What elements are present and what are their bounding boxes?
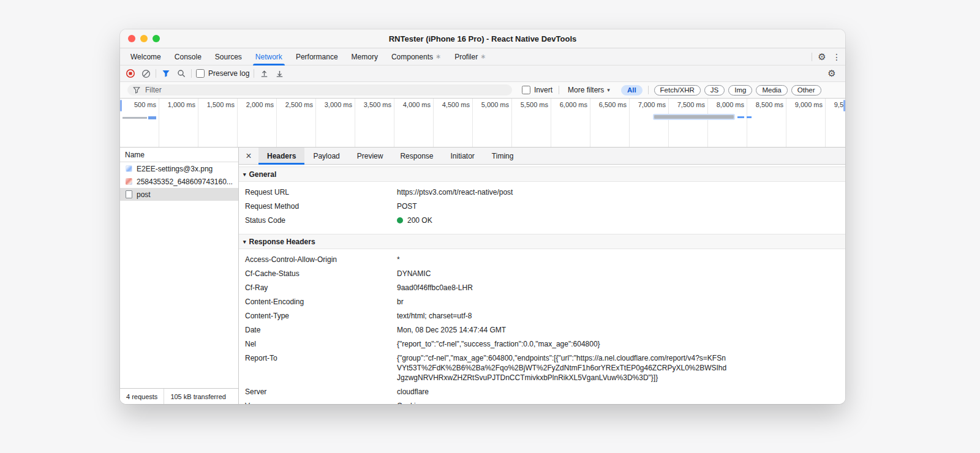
preserve-log-label: Preserve log — [208, 69, 249, 78]
header-value: https://ptsv3.com/t/react-native/post — [397, 187, 513, 197]
overview-left-handle[interactable] — [120, 100, 122, 111]
tab-label: Sources — [215, 53, 242, 61]
header-row-cf-cache-status: Cf-Cache-StatusDYNAMIC — [239, 267, 845, 281]
tab-memory[interactable]: Memory — [345, 48, 385, 65]
tab-performance[interactable]: Performance — [289, 48, 345, 65]
timeline-tick-label: 8,000 ms — [708, 99, 747, 147]
network-main-area: Name E2EE-settings@3x.png258435352_64860… — [120, 148, 845, 404]
export-har-icon[interactable] — [274, 68, 285, 79]
header-row-content-encoding: Content-Encodingbr — [239, 295, 845, 309]
filter-chip-js[interactable]: JS — [704, 85, 725, 95]
filter-input[interactable] — [144, 85, 507, 95]
minimize-window-button[interactable] — [140, 35, 148, 42]
chevron-down-icon: ▾ — [607, 87, 610, 93]
detail-tab-response[interactable]: Response — [391, 148, 442, 164]
header-value: * — [397, 255, 400, 264]
settings-gear-icon[interactable]: ⚙ — [815, 50, 829, 64]
tab-sources[interactable]: Sources — [208, 48, 249, 65]
request-row-e2ee-settings-3x-png[interactable]: E2EE-settings@3x.png — [120, 162, 238, 175]
filter-chip-all[interactable]: All — [621, 85, 643, 95]
header-value: POST — [397, 201, 417, 211]
header-name: Vary — [245, 401, 397, 404]
invert-filter-toggle[interactable]: Invert — [522, 86, 552, 94]
filter-chip-other[interactable]: Other — [791, 85, 821, 95]
tab-profiler[interactable]: Profiler∗ — [448, 48, 492, 65]
header-name: Status Code — [245, 215, 397, 225]
invert-label: Invert — [534, 86, 552, 94]
header-row-date: DateMon, 08 Dec 2025 14:47:44 GMT — [239, 323, 845, 337]
filter-input-container[interactable] — [127, 84, 512, 95]
filter-chip-fetch-xhr[interactable]: Fetch/XHR — [654, 85, 701, 95]
tab-network[interactable]: Network — [249, 48, 289, 65]
zoom-window-button[interactable] — [153, 35, 160, 42]
network-overview-timeline[interactable]: 500 ms1,000 ms1,500 ms2,000 ms2,500 ms3,… — [120, 99, 845, 148]
filter-funnel-icon[interactable] — [160, 68, 172, 79]
timeline-tick-label: 9,000 ms — [786, 99, 826, 147]
divider — [191, 69, 192, 78]
tab-bar-actions: ⚙ ⋮ — [812, 48, 845, 65]
headers-panel: ▾ General Request URLhttps://ptsv3.com/t… — [239, 165, 845, 404]
header-value: DYNAMIC — [397, 269, 431, 279]
search-icon[interactable] — [176, 68, 187, 79]
header-name: Access-Control-Allow-Origin — [245, 255, 397, 264]
header-row-nel: Nel{"report_to":"cf-nel","success_fracti… — [239, 337, 845, 351]
disclosure-triangle-icon: ▾ — [243, 171, 246, 178]
request-name: 258435352_648609743160... — [137, 178, 233, 186]
header-row-request-url: Request URLhttps://ptsv3.com/t/react-nat… — [239, 185, 845, 200]
response-headers-section-header[interactable]: ▾ Response Headers — [239, 234, 845, 249]
detail-tab-headers[interactable]: Headers — [258, 148, 304, 164]
waterfall-bar-early-gray — [123, 117, 147, 119]
general-section-header[interactable]: ▾ General — [239, 167, 845, 182]
header-name: Cf-Cache-Status — [245, 269, 397, 279]
clear-network-log-button[interactable] — [140, 68, 151, 79]
timeline-tick-label: 5,000 ms — [473, 99, 512, 147]
close-window-button[interactable] — [128, 35, 135, 42]
header-row-status-code: Status Code200 OK — [239, 214, 845, 228]
request-name: E2EE-settings@3x.png — [137, 165, 213, 173]
preserve-log-toggle[interactable]: Preserve log — [196, 69, 249, 78]
detail-tab-preview[interactable]: Preview — [349, 148, 392, 164]
invert-checkbox[interactable] — [522, 86, 530, 94]
header-name: Content-Type — [245, 311, 397, 321]
detail-tab-initiator[interactable]: Initiator — [442, 148, 483, 164]
more-menu-icon[interactable]: ⋮ — [832, 50, 842, 64]
devtools-window: RNTester (iPhone 16 Pro) - React Native … — [120, 29, 845, 404]
header-value: text/html; charset=utf-8 — [397, 311, 472, 321]
header-row-vary: VaryCookie — [239, 399, 845, 404]
record-network-log-button[interactable] — [125, 68, 136, 79]
preserve-log-checkbox[interactable] — [196, 69, 205, 78]
overview-right-handle[interactable] — [843, 100, 845, 111]
filter-chip-img[interactable]: Img — [728, 85, 752, 95]
tab-console[interactable]: Console — [168, 48, 208, 65]
request-detail-pane: × HeadersPayloadPreviewResponseInitiator… — [239, 148, 845, 404]
header-row-access-control-allow-origin: Access-Control-Allow-Origin* — [239, 253, 845, 267]
more-filters-label: More filters — [568, 86, 604, 94]
request-row-post[interactable]: post — [120, 188, 238, 201]
network-settings-gear-icon[interactable]: ⚙ — [824, 67, 839, 80]
request-row-258435352-648609743160[interactable]: 258435352_648609743160... — [120, 175, 238, 188]
network-summary-bar: 4 requests 105 kB transferred — [120, 388, 238, 404]
filter-chip-media[interactable]: Media — [756, 85, 787, 95]
more-filters-dropdown[interactable]: More filters ▾ — [565, 86, 612, 94]
tab-components[interactable]: Components∗ — [385, 48, 448, 65]
timeline-tick-label: 500 ms — [120, 99, 159, 147]
timeline-tick-label: 4,000 ms — [394, 99, 434, 147]
waterfall-bar-early-blue — [148, 116, 156, 119]
header-value: br — [397, 297, 404, 307]
divider — [254, 69, 254, 78]
import-har-icon[interactable] — [258, 68, 270, 79]
tab-welcome[interactable]: Welcome — [124, 48, 168, 65]
timeline-tick-label: 9,500 ms — [826, 99, 845, 147]
disclosure-triangle-icon: ▾ — [243, 239, 246, 245]
close-icon[interactable]: × — [239, 148, 258, 164]
header-value: {"report_to":"cf-nel","success_fraction"… — [397, 339, 600, 349]
timeline-tick-label: 3,500 ms — [355, 99, 394, 147]
filter-row: Invert More filters ▾ AllFetch/XHRJSImgM… — [120, 82, 845, 99]
detail-tab-timing[interactable]: Timing — [483, 148, 522, 164]
image-pink-icon — [126, 178, 132, 185]
name-column-header[interactable]: Name — [120, 148, 238, 162]
timeline-tick-label: 1,500 ms — [198, 99, 238, 147]
detail-tab-payload[interactable]: Payload — [304, 148, 348, 164]
header-name: Date — [245, 325, 397, 335]
header-value: 9aad0f46ffbc0ae8-LHR — [397, 283, 473, 293]
